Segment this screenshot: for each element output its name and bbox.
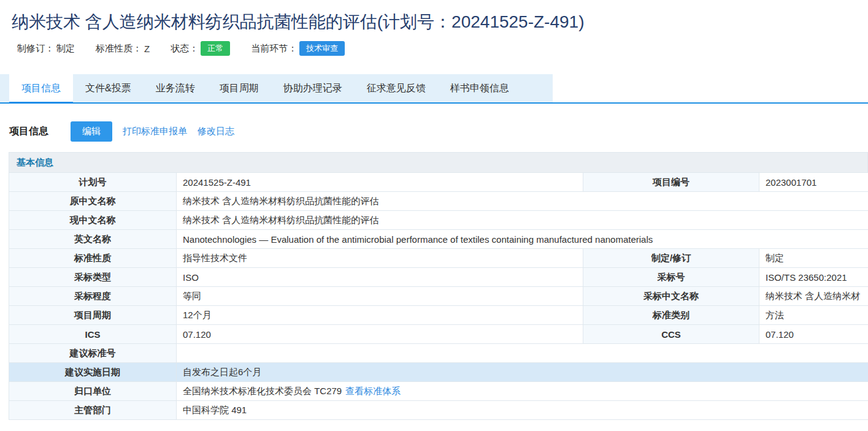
tab-project-cycle[interactable]: 项目周期 — [207, 74, 271, 102]
field-value: 12个月 — [177, 306, 583, 325]
meta-item-status: 状态： 正常 — [171, 41, 230, 56]
field-label: 建议实施日期 — [9, 363, 177, 382]
meta-label-nature: 标准性质： — [96, 43, 142, 55]
tab-sample-request[interactable]: 样书申领信息 — [438, 74, 521, 102]
tab-bar: 项目信息 文件&投票 业务流转 项目周期 协助办理记录 征求意见反馈 样书申领信… — [0, 74, 868, 104]
meta-label-revision: 制修订： — [17, 43, 54, 55]
meta-label-status: 状态： — [171, 43, 198, 55]
field-label: 项目周期 — [9, 306, 177, 325]
table-row: 归口单位 全国纳米技术标准化技术委员会 TC279查看标准体系 — [9, 382, 868, 401]
meta-item-revision: 制修订： 制定 — [17, 43, 75, 55]
table-row: 采标类型 ISO 采标号 ISO/TS 23650:2021 — [9, 268, 868, 287]
field-label: 标准类别 — [583, 306, 759, 325]
tab-project-info[interactable]: 项目信息 — [9, 74, 73, 102]
field-label: 建议标准号 — [9, 344, 177, 363]
table-row: 主管部门 中国科学院 491 — [9, 401, 868, 420]
table-row: 计划号 20241525-Z-491 项目编号 2023001701 — [9, 173, 868, 192]
view-standard-system-link[interactable]: 查看标准体系 — [345, 386, 401, 396]
table-row: 标准性质 指导性技术文件 制定/修订 制定 — [9, 249, 868, 268]
tab-assist-records[interactable]: 协助办理记录 — [271, 74, 355, 102]
meta-item-nature: 标准性质： Z — [96, 43, 150, 55]
field-label: 现中文名称 — [9, 211, 177, 230]
field-label: 制定/修订 — [583, 249, 759, 268]
field-label: CCS — [583, 325, 759, 344]
tab-business-flow[interactable]: 业务流转 — [144, 74, 207, 102]
field-value-with-link: 全国纳米技术标准化技术委员会 TC279查看标准体系 — [177, 382, 868, 401]
meta-value-revision: 制定 — [56, 43, 75, 55]
print-declaration-link[interactable]: 打印标准申报单 — [123, 126, 187, 137]
field-value: Nanotechnologies — Evaluation of the ant… — [177, 230, 868, 249]
field-label: 标准性质 — [9, 249, 177, 268]
table-row: 现中文名称 纳米技术 含人造纳米材料纺织品抗菌性能的评估 — [9, 211, 868, 230]
field-value: 指导性技术文件 — [177, 249, 583, 268]
table-row-highlighted: 建议实施日期 自发布之日起6个月 — [9, 363, 868, 382]
basic-info-table: 计划号 20241525-Z-491 项目编号 2023001701 原中文名称… — [9, 172, 868, 420]
field-value: 20241525-Z-491 — [177, 173, 583, 192]
field-value — [177, 344, 868, 363]
meta-row: 制修订： 制定 标准性质： Z 状态： 正常 当前环节： 技术审查 — [17, 42, 868, 55]
edit-button[interactable]: 编辑 — [71, 121, 112, 142]
field-value: 纳米技术 含人造纳米材 — [759, 287, 868, 306]
field-label: ICS — [9, 325, 177, 344]
field-value: 制定 — [759, 249, 868, 268]
table-row: 英文名称 Nanotechnologies — Evaluation of th… — [9, 230, 868, 249]
table-row: ICS 07.120 CCS 07.120 — [9, 325, 868, 344]
toolbar: 项目信息 编辑 打印标准申报单 修改日志 — [9, 121, 868, 141]
page-title: 纳米技术 含人造纳米材料纺织品抗菌性能的评估(计划号：20241525-Z-49… — [12, 10, 868, 34]
field-value: 方法 — [759, 306, 868, 325]
field-value: 全国纳米技术标准化技术委员会 TC279 — [183, 386, 342, 396]
meta-item-stage: 当前环节： 技术审查 — [251, 41, 345, 56]
field-label: 原中文名称 — [9, 192, 177, 211]
field-label: 计划号 — [9, 173, 177, 192]
field-label: 采标类型 — [9, 268, 177, 287]
field-label: 主管部门 — [9, 401, 177, 420]
stage-badge: 技术审查 — [299, 41, 345, 56]
meta-label-stage: 当前环节： — [251, 43, 297, 55]
field-value: 07.120 — [177, 325, 583, 344]
field-label: 采标程度 — [9, 287, 177, 306]
tab-files-voting[interactable]: 文件&投票 — [73, 74, 144, 102]
tab-comment-feedback[interactable]: 征求意见反馈 — [355, 74, 438, 102]
tabs-strip: 项目信息 文件&投票 业务流转 项目周期 协助办理记录 征求意见反馈 样书申领信… — [0, 74, 553, 102]
field-value: 中国科学院 491 — [177, 401, 868, 420]
toolbar-section-title: 项目信息 — [9, 125, 48, 138]
field-value: ISO/TS 23650:2021 — [759, 268, 868, 287]
section-title: 基本信息 — [9, 152, 868, 172]
field-value: 纳米技术 含人造纳米材料纺织品抗菌性能的评估 — [177, 211, 868, 230]
table-row: 项目周期 12个月 标准类别 方法 — [9, 306, 868, 325]
table-row: 建议标准号 — [9, 344, 868, 363]
field-label: 采标号 — [583, 268, 759, 287]
status-badge: 正常 — [201, 41, 230, 56]
field-value: 自发布之日起6个月 — [177, 363, 868, 382]
field-label: 英文名称 — [9, 230, 177, 249]
field-value: 07.120 — [759, 325, 868, 344]
field-label: 项目编号 — [583, 173, 759, 192]
field-value: 等同 — [177, 287, 583, 306]
field-value: 2023001701 — [759, 173, 868, 192]
field-label: 采标中文名称 — [583, 287, 759, 306]
field-value: 纳米技术 含人造纳米材料纺织品抗菌性能的评估 — [177, 192, 868, 211]
meta-value-nature: Z — [144, 44, 150, 54]
field-label: 归口单位 — [9, 382, 177, 401]
field-value: ISO — [177, 268, 583, 287]
table-row: 采标程度 等同 采标中文名称 纳米技术 含人造纳米材 — [9, 287, 868, 306]
changelog-link[interactable]: 修改日志 — [198, 126, 234, 137]
table-row: 原中文名称 纳米技术 含人造纳米材料纺织品抗菌性能的评估 — [9, 192, 868, 211]
basic-info-panel: 基本信息 计划号 20241525-Z-491 项目编号 2023001701 … — [9, 152, 868, 420]
